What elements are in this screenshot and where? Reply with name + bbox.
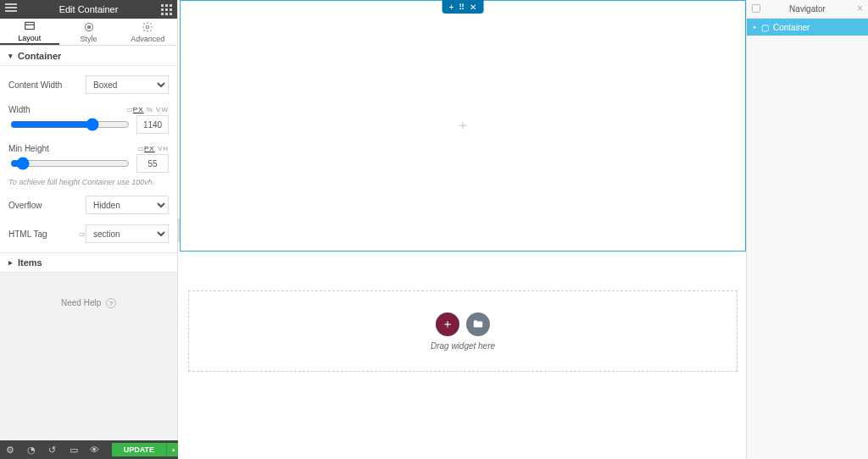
section-container-header[interactable]: ▾ Container — [0, 46, 177, 66]
panel-title: Edit Container — [59, 4, 119, 14]
section-container-label: Container — [18, 51, 61, 61]
tab-advanced-label: Advanced — [131, 35, 164, 43]
help-icon: ? — [106, 298, 116, 308]
min-height-hint: To achieve full height Container use 100… — [8, 178, 169, 186]
html-tag-label: HTML Tag — [8, 230, 75, 239]
history-icon[interactable]: ↺ — [42, 440, 63, 459]
drag-widget-hint: Drag widget here — [431, 341, 495, 351]
navigator-header: Navigator × — [747, 0, 868, 19]
width-units[interactable]: PX % VW — [133, 106, 169, 113]
responsive-icon[interactable]: ▭ — [79, 230, 86, 238]
tab-layout[interactable]: Layout — [0, 19, 59, 45]
html-tag-select[interactable]: section — [86, 224, 169, 243]
responsive-mode-icon[interactable]: ▭ — [63, 440, 84, 459]
overflow-label: Overflow — [8, 201, 86, 210]
width-slider[interactable] — [10, 119, 130, 130]
svg-point-4 — [146, 25, 149, 29]
panel-footer: ⚙ ◔ ↺ ▭ 👁 UPDATE ▴ — [0, 440, 178, 459]
responsive-icon[interactable]: ▭ — [126, 106, 133, 113]
svg-point-3 — [87, 25, 91, 29]
add-inside-icon[interactable]: ＋ — [456, 117, 470, 135]
section-items-header[interactable]: ▸ Items — [0, 252, 177, 273]
section-container-body: Content Width Boxed Width ▭ PX % VW Min … — [0, 66, 177, 252]
container-element[interactable]: + ⠿ ✕ ＋ — [180, 0, 746, 252]
need-help[interactable]: Need Help ? — [0, 298, 177, 308]
add-section-area[interactable]: ＋ Drag widget here — [188, 290, 737, 372]
navigator-panel: Navigator × ▸ ▢ Container — [746, 0, 868, 459]
min-height-slider[interactable] — [10, 158, 130, 169]
min-height-units[interactable]: PX VH — [144, 145, 169, 152]
min-height-input[interactable] — [136, 154, 169, 173]
navigator-dock-icon[interactable] — [752, 4, 760, 13]
settings-icon[interactable]: ⚙ — [0, 440, 21, 459]
navigator-item-label: Container — [773, 23, 810, 32]
tab-layout-label: Layout — [18, 34, 41, 42]
chevron-down-icon: ▾ — [8, 52, 13, 60]
add-icon[interactable]: + — [449, 3, 454, 12]
section-items-label: Items — [18, 257, 42, 268]
widgets-grid-icon[interactable] — [161, 4, 172, 15]
navigator-close-icon[interactable]: × — [857, 3, 863, 14]
update-button[interactable]: UPDATE — [112, 443, 166, 456]
close-icon[interactable]: ✕ — [470, 3, 476, 12]
container-handle[interactable]: + ⠿ ✕ — [442, 0, 484, 14]
style-icon — [83, 21, 95, 33]
overflow-select[interactable]: Hidden — [86, 196, 169, 214]
content-width-select[interactable]: Boxed — [86, 75, 169, 94]
tab-style[interactable]: Style — [59, 19, 119, 45]
preview-icon[interactable]: 👁 — [84, 440, 105, 459]
layout-icon — [24, 20, 36, 32]
drag-icon[interactable]: ⠿ — [459, 3, 465, 12]
panel-header: Edit Container — [0, 0, 177, 19]
width-input[interactable] — [136, 115, 169, 134]
chevron-right-icon: ▸ — [8, 258, 13, 267]
responsive-icon[interactable]: ▭ — [137, 145, 144, 152]
canvas: + ⠿ ✕ ＋ ＋ Drag widget here — [180, 0, 746, 459]
add-section-button[interactable]: ＋ — [436, 312, 459, 336]
width-label: Width — [8, 105, 123, 114]
content-width-label: Content Width — [8, 80, 86, 90]
container-outline-icon: ▢ — [761, 23, 769, 32]
svg-rect-0 — [25, 22, 35, 29]
chevron-right-icon: ▸ — [754, 24, 757, 30]
revisions-icon[interactable]: ◔ — [21, 440, 42, 459]
navigator-title: Navigator — [789, 4, 826, 14]
min-height-label: Min Height — [8, 144, 134, 153]
gear-icon — [142, 21, 153, 33]
tab-style-label: Style — [81, 35, 97, 43]
update-options-button[interactable]: ▴ — [166, 443, 178, 456]
tab-advanced[interactable]: Advanced — [118, 19, 177, 45]
editor-panel: Edit Container Layout Style Advanced ▾ C… — [0, 0, 178, 459]
need-help-label: Need Help — [61, 298, 101, 307]
navigator-item-container[interactable]: ▸ ▢ Container — [747, 19, 868, 36]
menu-icon[interactable] — [5, 3, 17, 12]
template-library-button[interactable] — [466, 312, 490, 336]
folder-icon — [472, 318, 484, 330]
tabs: Layout Style Advanced — [0, 19, 177, 46]
